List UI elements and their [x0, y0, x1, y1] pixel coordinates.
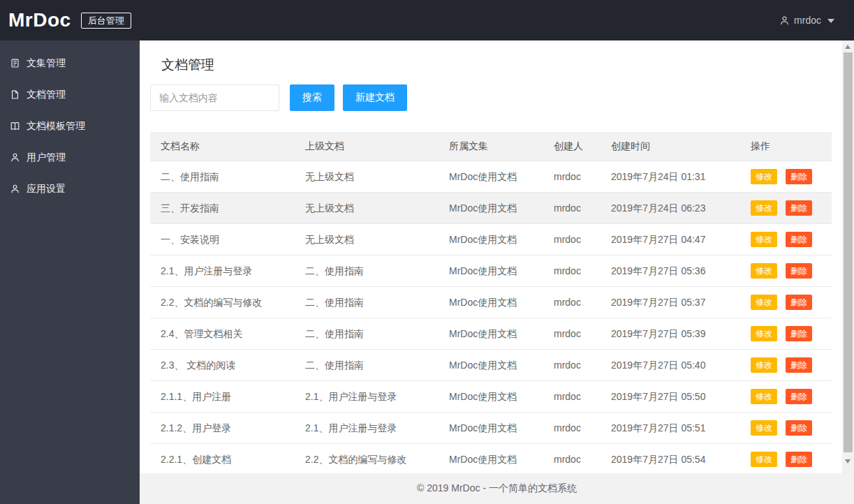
table-row: 2.2.1、创建文档2.2、文档的编写与修改MrDoc使用文档mrdoc2019…: [150, 444, 832, 475]
delete-button[interactable]: 删除: [786, 232, 812, 247]
cell-creator: mrdoc: [543, 413, 601, 444]
edit-button[interactable]: 修改: [751, 420, 777, 436]
cell-collection: MrDoc使用文档: [439, 255, 543, 287]
cell-creator: mrdoc: [543, 255, 601, 287]
vertical-scrollbar[interactable]: [842, 40, 854, 475]
cell-doc-name: 2.4、管理文档相关: [150, 318, 295, 350]
cell-creator: mrdoc: [543, 193, 601, 224]
delete-button[interactable]: 删除: [786, 200, 812, 216]
cell-collection: MrDoc使用文档: [439, 193, 543, 224]
edit-button[interactable]: 修改: [751, 263, 777, 279]
edit-button[interactable]: 修改: [751, 452, 777, 467]
delete-button[interactable]: 删除: [786, 295, 812, 310]
edit-button[interactable]: 修改: [751, 200, 777, 216]
settings-icon: [10, 184, 20, 194]
chevron-down-icon: [827, 19, 834, 23]
cell-doc-name: 2.2、文档的编写与修改: [150, 287, 295, 318]
footer: © 2019 MrDoc - 一个简单的文档系统: [140, 473, 854, 504]
table-row: 一、安装说明无上级文档MrDoc使用文档mrdoc2019年7月27日 04:4…: [150, 224, 832, 255]
cell-parent-doc: 无上级文档: [295, 224, 439, 255]
cell-collection: MrDoc使用文档: [439, 413, 543, 444]
cell-actions: 修改删除: [740, 287, 832, 318]
person-icon: [779, 15, 790, 26]
delete-button[interactable]: 删除: [786, 357, 812, 373]
scroll-down-arrow-icon[interactable]: [845, 459, 851, 464]
cell-doc-name: 2.2.1、创建文档: [150, 444, 295, 475]
scrollbar-thumb[interactable]: [844, 52, 853, 452]
delete-button[interactable]: 删除: [786, 420, 812, 436]
sidebar-item-3[interactable]: 文档模板管理: [0, 110, 140, 142]
cell-parent-doc: 二、使用指南: [295, 350, 439, 381]
delete-button[interactable]: 删除: [786, 263, 812, 279]
brand-area: MrDoc 后台管理: [8, 9, 131, 31]
cell-actions: 修改删除: [740, 224, 832, 255]
sidebar: 文集管理文档管理文档模板管理用户管理应用设置: [0, 40, 140, 504]
search-button[interactable]: 搜索: [290, 84, 334, 111]
sidebar-item-1[interactable]: 文集管理: [0, 47, 140, 79]
admin-badge: 后台管理: [81, 13, 131, 29]
cell-doc-name: 2.1.1、用户注册: [150, 381, 295, 413]
column-header: 创建时间: [601, 132, 740, 161]
edit-button[interactable]: 修改: [751, 232, 777, 247]
cell-actions: 修改删除: [740, 161, 832, 193]
cell-created-time: 2019年7月27日 05:39: [601, 318, 740, 350]
cell-parent-doc: 2.1、用户注册与登录: [295, 413, 439, 444]
cell-created-time: 2019年7月27日 05:37: [601, 287, 740, 318]
cell-created-time: 2019年7月27日 05:51: [601, 413, 740, 444]
edit-button[interactable]: 修改: [751, 295, 777, 310]
cell-collection: MrDoc使用文档: [439, 224, 543, 255]
table-row: 2.4、管理文档相关二、使用指南MrDoc使用文档mrdoc2019年7月27日…: [150, 318, 832, 350]
cell-creator: mrdoc: [543, 444, 601, 475]
cell-actions: 修改删除: [740, 255, 832, 287]
scroll-up-arrow-icon[interactable]: [845, 45, 851, 49]
cell-parent-doc: 无上级文档: [295, 193, 439, 224]
cell-creator: mrdoc: [543, 161, 601, 193]
cell-actions: 修改删除: [740, 350, 832, 381]
table-row: 2.1.1、用户注册2.1、用户注册与登录MrDoc使用文档mrdoc2019年…: [150, 381, 832, 413]
column-header: 操作: [740, 132, 832, 161]
cell-creator: mrdoc: [543, 287, 601, 318]
collection-icon: [10, 58, 20, 68]
delete-button[interactable]: 删除: [786, 452, 812, 467]
username: mrdoc: [794, 15, 821, 26]
sidebar-item-2[interactable]: 文档管理: [0, 79, 140, 110]
cell-collection: MrDoc使用文档: [439, 444, 543, 475]
cell-creator: mrdoc: [543, 381, 601, 413]
cell-created-time: 2019年7月27日 05:54: [601, 444, 740, 475]
create-doc-button[interactable]: 新建文档: [343, 84, 407, 111]
template-icon: [10, 121, 20, 131]
sidebar-item-4[interactable]: 用户管理: [0, 142, 140, 173]
table-header: 文档名称上级文档所属文集创建人创建时间操作: [150, 132, 832, 161]
cell-collection: MrDoc使用文档: [439, 161, 543, 193]
edit-button[interactable]: 修改: [751, 389, 777, 404]
column-header: 创建人: [543, 132, 601, 161]
search-input[interactable]: [150, 84, 279, 111]
cell-actions: 修改删除: [740, 193, 832, 224]
user-menu[interactable]: mrdoc: [779, 15, 834, 26]
sidebar-item-5[interactable]: 应用设置: [0, 173, 140, 205]
edit-button[interactable]: 修改: [751, 326, 777, 341]
cell-parent-doc: 二、使用指南: [295, 255, 439, 287]
cell-parent-doc: 无上级文档: [295, 161, 439, 193]
delete-button[interactable]: 删除: [786, 389, 812, 404]
cell-doc-name: 三、开发指南: [150, 193, 295, 224]
cell-doc-name: 2.3、 文档的阅读: [150, 350, 295, 381]
cell-actions: 修改删除: [740, 413, 832, 444]
cell-actions: 修改删除: [740, 444, 832, 475]
delete-button[interactable]: 删除: [786, 169, 812, 184]
cell-collection: MrDoc使用文档: [439, 318, 543, 350]
delete-button[interactable]: 删除: [786, 326, 812, 341]
cell-collection: MrDoc使用文档: [439, 381, 543, 413]
edit-button[interactable]: 修改: [751, 169, 777, 184]
app-logo[interactable]: MrDoc: [8, 9, 71, 31]
edit-button[interactable]: 修改: [751, 357, 777, 373]
main-content: 文档管理 搜索 新建文档 文档名称上级文档所属文集创建人创建时间操作 二、使用指…: [140, 40, 842, 473]
sidebar-item-label: 用户管理: [27, 151, 66, 164]
cell-doc-name: 2.1、用户注册与登录: [150, 255, 295, 287]
cell-parent-doc: 二、使用指南: [295, 318, 439, 350]
table-row: 2.2、文档的编写与修改二、使用指南MrDoc使用文档mrdoc2019年7月2…: [150, 287, 832, 318]
cell-created-time: 2019年7月27日 05:36: [601, 255, 740, 287]
sidebar-item-label: 应用设置: [27, 182, 66, 195]
column-header: 文档名称: [150, 132, 295, 161]
table-row: 二、使用指南无上级文档MrDoc使用文档mrdoc2019年7月24日 01:3…: [150, 161, 832, 193]
